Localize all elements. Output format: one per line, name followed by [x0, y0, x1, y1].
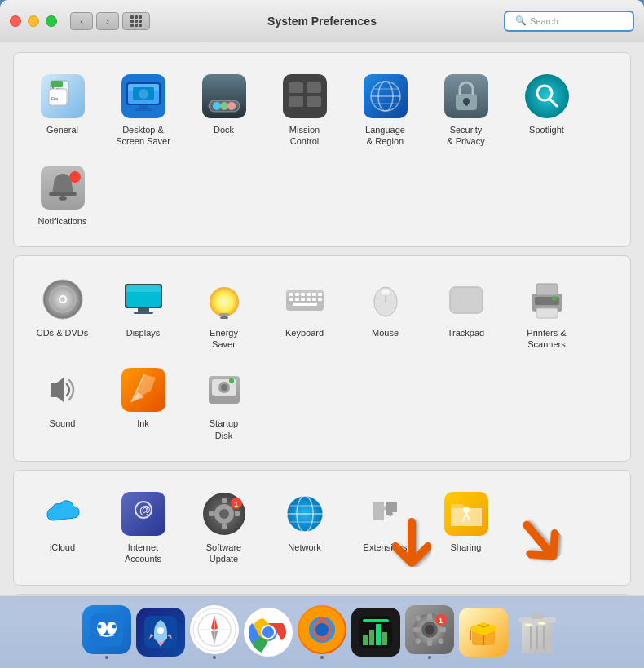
security-label: Security& Privacy [447, 124, 484, 148]
pref-language[interactable]: Language& Region [346, 66, 424, 154]
svg-rect-138 [90, 613, 123, 646]
grid-view-button[interactable] [122, 12, 150, 30]
close-button[interactable] [10, 15, 21, 27]
pref-trackpad[interactable]: Trackpad [427, 269, 505, 357]
pref-icloud[interactable]: iCloud [24, 484, 101, 572]
trash-icon [513, 608, 562, 657]
pref-ink[interactable]: Ink [104, 360, 182, 448]
dock-installbundler[interactable] [459, 608, 508, 657]
dock-chrome[interactable] [244, 608, 293, 657]
pref-spotlight[interactable]: Spotlight [508, 66, 585, 154]
startup-label: StartupDisk [210, 418, 238, 441]
dock-sysprefs[interactable]: 1 [405, 605, 454, 659]
pref-software-update[interactable]: 1 SoftwareUpdate [185, 484, 262, 572]
desktop-icon [120, 73, 167, 120]
forward-button[interactable]: › [96, 12, 119, 30]
minimize-button[interactable] [28, 15, 39, 27]
svg-point-26 [213, 102, 221, 110]
svg-rect-48 [49, 192, 77, 196]
svg-rect-166 [413, 627, 420, 632]
svg-point-144 [157, 627, 164, 634]
maximize-button[interactable] [46, 15, 57, 27]
dock: 1 [0, 595, 644, 668]
svg-rect-2 [139, 15, 142, 19]
dock-finder[interactable] [82, 605, 131, 659]
pref-general[interactable]: New Opt File General [24, 66, 101, 154]
nav-buttons: ‹ › [70, 12, 119, 30]
pref-startup[interactable]: StartupDisk [185, 360, 262, 448]
window-title: System Preferences [267, 15, 377, 28]
pref-desktop[interactable]: Desktop &Screen Saver [104, 66, 182, 154]
energy-label: EnergySaver [210, 327, 238, 351]
pref-mission[interactable]: MissionControl [266, 66, 343, 154]
svg-rect-181 [531, 613, 544, 619]
svg-rect-33 [307, 96, 321, 107]
dock-launchpad[interactable] [136, 608, 185, 657]
svg-point-27 [220, 102, 228, 110]
pref-cds[interactable]: CDs & DVDs [24, 269, 101, 357]
launchpad-icon [136, 608, 185, 657]
svg-rect-103 [222, 498, 227, 503]
search-placeholder: Search [530, 16, 558, 26]
svg-rect-73 [301, 298, 305, 301]
pref-internet-accounts[interactable]: @ InternetAccounts [104, 484, 182, 572]
dock-firefox[interactable] [298, 605, 346, 659]
pref-printers[interactable]: Printers &Scanners [508, 269, 585, 357]
svg-rect-160 [376, 624, 381, 645]
displays-icon [120, 276, 167, 323]
cds-icon [39, 276, 86, 323]
svg-rect-29 [283, 74, 327, 118]
pref-dock[interactable]: Dock [185, 66, 262, 154]
dock-istatmenus[interactable] [351, 608, 400, 657]
svg-rect-165 [427, 639, 432, 646]
svg-text:1: 1 [439, 617, 443, 625]
finder-dot [105, 656, 108, 659]
dock-trash[interactable] [513, 608, 562, 657]
sysprefs-dock-icon: 1 [405, 605, 454, 654]
pref-notifications[interactable]: Notifications [24, 157, 101, 233]
pref-displays[interactable]: Displays [104, 269, 182, 357]
pref-network[interactable]: Network [266, 484, 343, 572]
svg-rect-71 [289, 298, 293, 301]
dock-safari[interactable] [190, 605, 239, 659]
printers-icon [523, 276, 571, 323]
svg-rect-86 [536, 284, 558, 295]
svg-rect-0 [130, 15, 134, 19]
cds-label: CDs & DVDs [37, 327, 89, 338]
ink-label: Ink [137, 418, 149, 429]
personal-grid: New Opt File General [24, 66, 620, 233]
pref-sharing[interactable]: Sharing [427, 484, 505, 572]
startup-icon [201, 366, 248, 414]
pref-energy[interactable]: EnergySaver [185, 269, 262, 357]
sharing-icon [443, 490, 490, 537]
svg-rect-77 [293, 303, 317, 306]
svg-point-81 [381, 289, 390, 295]
search-box[interactable]: 🔍 Search [504, 11, 634, 32]
pref-sound[interactable]: Sound [24, 360, 101, 448]
svg-rect-60 [134, 312, 153, 314]
svg-rect-75 [312, 298, 316, 301]
network-label: Network [288, 542, 320, 553]
svg-rect-32 [289, 96, 303, 107]
sharing-label: Sharing [451, 542, 482, 553]
chrome-icon [244, 608, 293, 657]
section-personal: New Opt File General [13, 52, 631, 247]
pref-keyboard[interactable]: Keyboard [266, 269, 343, 357]
svg-rect-104 [222, 524, 227, 529]
pref-mouse[interactable]: Mouse [346, 269, 424, 357]
svg-rect-162 [363, 619, 389, 622]
pref-security[interactable]: Security& Privacy [427, 66, 505, 154]
back-button[interactable]: ‹ [70, 12, 93, 30]
svg-rect-66 [295, 293, 299, 296]
svg-rect-158 [363, 635, 368, 645]
installbundler-icon [459, 608, 508, 657]
svg-point-53 [60, 297, 65, 302]
svg-point-94 [221, 384, 227, 391]
svg-rect-65 [289, 293, 293, 296]
mouse-label: Mouse [372, 327, 399, 338]
traffic-lights [10, 15, 57, 27]
svg-rect-31 [307, 82, 321, 93]
svg-point-156 [315, 623, 329, 636]
svg-point-49 [59, 196, 67, 201]
svg-rect-20 [139, 105, 148, 108]
